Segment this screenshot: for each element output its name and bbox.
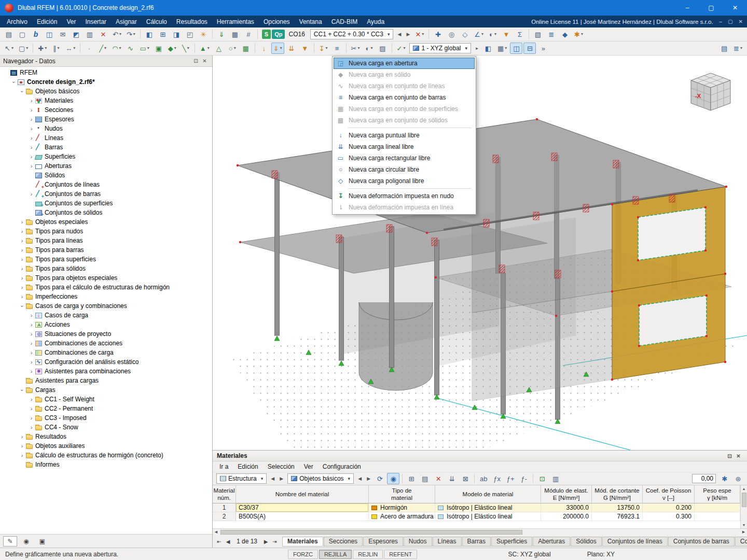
table-tab[interactable]: Conjuntos de barras bbox=[668, 537, 735, 547]
context-menu-item[interactable]: Nueva carga poligonal libre bbox=[334, 175, 475, 187]
tree-expander-icon[interactable] bbox=[28, 331, 35, 337]
new-solid-icon[interactable]: ◆ bbox=[166, 43, 178, 54]
new-load-icon[interactable]: ⇓ bbox=[271, 43, 284, 54]
context-menu-item[interactable]: Nueva carga en conjunto de barras bbox=[334, 92, 475, 103]
tree-expander-icon[interactable] bbox=[28, 350, 35, 356]
float-panel-icon[interactable]: ⊡ bbox=[191, 58, 200, 64]
tree-expander-icon[interactable] bbox=[28, 191, 35, 197]
view-direction-icon[interactable]: ∠ bbox=[472, 29, 486, 40]
tree-item[interactable]: Sólidos bbox=[0, 171, 212, 180]
coordinate-next-icon[interactable]: ▸ bbox=[473, 43, 481, 54]
table-group-combobox[interactable]: Estructura bbox=[216, 473, 267, 484]
tree-expander-icon[interactable] bbox=[28, 397, 35, 402]
tree-expander-icon[interactable] bbox=[19, 229, 25, 234]
last-page-icon[interactable]: ⇥ bbox=[270, 539, 279, 544]
tree-expander-icon[interactable] bbox=[19, 89, 25, 94]
new-nodal-support-icon[interactable]: ▲ bbox=[198, 43, 212, 54]
filter-icon[interactable]: ▼ bbox=[500, 29, 513, 40]
table-menu-item[interactable]: Ir a bbox=[215, 463, 233, 470]
separator[interactable] bbox=[474, 474, 475, 483]
edit-table-icon[interactable]: ▤ bbox=[419, 473, 431, 484]
coordinate-system-status[interactable]: SC: XYZ global bbox=[508, 551, 551, 558]
tree-expander-icon[interactable] bbox=[28, 126, 35, 132]
new-line-load-icon[interactable]: ⇊ bbox=[285, 43, 298, 54]
export-excel-icon[interactable]: ⊡ bbox=[536, 473, 548, 484]
sync-selection-icon[interactable]: ⟳ bbox=[374, 473, 386, 484]
tree-item[interactable]: Asistentes para combinaciones bbox=[0, 367, 212, 376]
tree-item[interactable]: CC2 - Permanent bbox=[0, 404, 212, 413]
menubar-item[interactable]: Asignar bbox=[111, 18, 142, 25]
new-nodal-load-icon[interactable]: ↓ bbox=[258, 43, 270, 54]
solid-display-icon[interactable]: ◆ bbox=[559, 29, 571, 40]
model-data-icon[interactable]: ◫ bbox=[43, 29, 56, 40]
model-3d-view[interactable] bbox=[213, 55, 747, 450]
material-type-cell[interactable]: Hormigón bbox=[369, 503, 435, 512]
menubar-item[interactable]: Opciones bbox=[259, 18, 295, 25]
table-tab[interactable]: Superficies bbox=[491, 537, 532, 547]
new-surface-icon[interactable]: ▭ bbox=[138, 43, 151, 54]
table-row[interactable]: 1 C30/37 Hormigón Isótropo | Elástico li… bbox=[213, 503, 740, 512]
separator[interactable] bbox=[80, 44, 80, 53]
section-cut-icon[interactable]: ✂ bbox=[349, 43, 362, 54]
tree-item[interactable]: Conjuntos de barras bbox=[0, 189, 212, 199]
camera-navigator-tab-icon[interactable]: ▣ bbox=[35, 536, 49, 547]
tree-expander-icon[interactable] bbox=[28, 107, 35, 113]
prev-loadcase-icon[interactable]: ◀ bbox=[395, 29, 403, 40]
new-polyline-icon[interactable]: ∿ bbox=[125, 43, 137, 54]
result-s-chip[interactable]: S bbox=[262, 30, 271, 39]
snap-toggle[interactable]: REJLIN bbox=[353, 550, 383, 559]
font-icon[interactable]: ab bbox=[477, 473, 490, 484]
material-type-cell[interactable]: Acero de armadura bbox=[369, 512, 435, 521]
tables-toggle-icon[interactable]: ⊞ bbox=[157, 29, 169, 40]
paste-icon[interactable]: ▤ bbox=[3, 29, 15, 40]
table-tab[interactable]: Secciones bbox=[324, 537, 363, 547]
snap-toggle[interactable]: REFENT bbox=[384, 550, 417, 559]
tree-item[interactable]: CC1 - Self Weight bbox=[0, 395, 212, 404]
next-page-icon[interactable]: ▶ bbox=[261, 539, 270, 544]
tree-item[interactable]: Tipos para el cálculo de estructuras de … bbox=[0, 283, 212, 292]
insert-row-icon[interactable]: ⊞ bbox=[405, 473, 418, 484]
shear-modulus-cell[interactable]: 76923.1 bbox=[592, 512, 643, 521]
tree-item[interactable]: Acciones bbox=[0, 320, 212, 329]
minimize-button[interactable]: – bbox=[675, 0, 699, 16]
context-menu-item[interactable]: Nueva carga en sólido bbox=[334, 69, 475, 80]
views-navigator-tab-icon[interactable]: ◉ bbox=[19, 536, 33, 547]
tree-item[interactable]: Tipos para sólidos bbox=[0, 264, 212, 273]
tree-expander-icon[interactable] bbox=[19, 387, 25, 393]
scroll-up-icon[interactable] bbox=[741, 485, 747, 492]
viewport[interactable]: -X bbox=[213, 55, 747, 450]
menubar-item[interactable]: Edición bbox=[32, 18, 62, 25]
tree-expander-icon[interactable] bbox=[28, 369, 35, 374]
tree-expander-icon[interactable] bbox=[19, 247, 25, 253]
new-opening-icon[interactable]: ▣ bbox=[153, 43, 165, 54]
work-plane-status[interactable]: Plano: XY bbox=[587, 551, 615, 558]
prev-table-icon[interactable]: ◀ bbox=[269, 473, 276, 484]
tree-item[interactable]: Conjuntos de superficies bbox=[0, 199, 212, 208]
tree-expander-icon[interactable] bbox=[28, 313, 35, 318]
tree-expander-icon[interactable] bbox=[19, 285, 25, 290]
favorites-icon[interactable]: ✱ bbox=[572, 29, 585, 40]
specific-weight-cell[interactable] bbox=[695, 503, 740, 512]
table-tab[interactable]: Conju bbox=[735, 537, 747, 547]
tree-item[interactable]: Tipos para superficies bbox=[0, 255, 212, 264]
navigator-toggle-icon[interactable]: ◧ bbox=[143, 29, 156, 40]
user-view-check-icon[interactable]: ✓ bbox=[395, 43, 408, 54]
elastic-modulus-cell[interactable]: 200000.0 bbox=[541, 512, 592, 521]
context-menu-item[interactable]: Nueva carga lineal libre bbox=[334, 141, 475, 152]
dimensions-icon[interactable]: ↔ bbox=[63, 43, 77, 54]
tree-item[interactable]: Cálculo de estructuras de hormigón (conc… bbox=[0, 451, 212, 460]
menubar-item[interactable]: Cálculo bbox=[142, 18, 172, 25]
tree-expander-icon[interactable] bbox=[28, 145, 35, 150]
navigation-cube[interactable]: -X bbox=[685, 69, 737, 117]
material-model-cell[interactable]: Isótropo | Elástico lineal bbox=[435, 512, 541, 521]
panel-toggle-icon[interactable]: ◨ bbox=[170, 29, 183, 40]
table-row[interactable]: 2 B500S(A) Acero de armadura Isótropo | … bbox=[213, 512, 740, 521]
pan-icon[interactable]: ✚ bbox=[432, 29, 444, 40]
fx-add-icon[interactable]: ƒ+ bbox=[504, 473, 517, 484]
context-menu-item[interactable]: Nueva carga puntual libre bbox=[334, 130, 475, 141]
tree-expander-icon[interactable] bbox=[28, 341, 35, 346]
print-table-icon[interactable]: ▥ bbox=[549, 473, 562, 484]
elastic-modulus-cell[interactable]: 33000.0 bbox=[541, 503, 592, 512]
tree-item[interactable]: Espesores bbox=[0, 115, 212, 124]
fx-remove-icon[interactable]: ƒ- bbox=[518, 473, 530, 484]
